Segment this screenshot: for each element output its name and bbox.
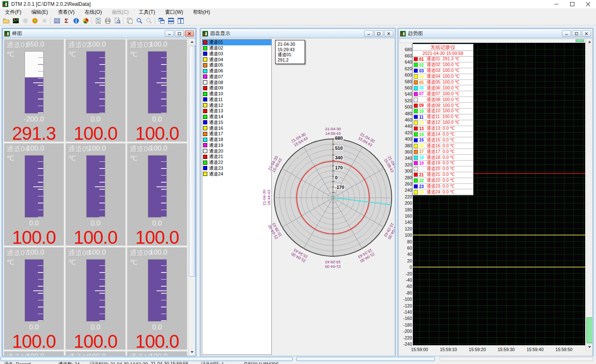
toolbar-zoom-button[interactable] [134,17,144,25]
bar-window-titlebar[interactable]: 棒图 [3,29,195,38]
trend-hscrollbar[interactable] [400,39,585,43]
toolbar-tile-horizontal-button[interactable] [166,17,176,25]
menu-item[interactable]: 工具(T) [134,9,160,16]
maximize-button[interactable] [564,0,580,8]
scroll-up-arrow[interactable] [189,38,195,45]
menu-item[interactable]: 查看(V) [53,9,79,16]
gauge-body: ℃ [129,50,185,115]
channel-list-item[interactable]: 通道11 [202,97,271,103]
trend-vscrollbar[interactable] [586,38,592,351]
toolbar-record-circle-button[interactable] [30,17,40,25]
menu-item[interactable]: 在线(O) [79,9,107,16]
gauge-channel-label: 通道03 [130,40,152,50]
channel-list-item[interactable]: 通道14 [202,114,271,120]
toolbar-pause-circle-button[interactable] [20,17,30,25]
bar-scrollbar[interactable] [188,38,195,356]
channel-list-item[interactable]: 通道13 [202,108,271,114]
channel-list-item[interactable]: 通道01 [202,40,271,45]
bar-minimize-button[interactable] [165,30,174,37]
trend-minimize-button[interactable] [562,30,571,37]
menu-item[interactable]: 编辑(E) [26,9,53,16]
toolbar-cascade-windows-button[interactable] [156,17,166,25]
toolbar-open-folder-button[interactable] [1,17,11,25]
legend-row: 21通道21: 0.0 ℃ [412,172,473,178]
trend-y-tick-label: 660 [399,53,412,58]
toolbar-pie-chart-button[interactable] [81,17,90,25]
channel-list-item[interactable]: 通道06 [202,68,271,74]
gauge-channel-label: 通道01 [7,40,29,50]
trend-x-tick-label: 15:59:20 [469,347,486,352]
channel-list-item[interactable]: 通道20 [202,148,271,154]
toolbar-stop-square-button[interactable] [40,17,49,25]
trend-window-titlebar[interactable]: 趋势图 [399,29,592,38]
trend-scroll-thumb[interactable] [586,317,592,343]
trend-hscroll-thumb[interactable] [576,40,584,42]
disc-close-button[interactable] [384,30,393,37]
zoom-icon [136,17,143,24]
toolbar-copy-button[interactable] [125,17,134,25]
channel-list-item[interactable]: 通道07 [202,74,271,80]
channel-list-item[interactable]: 通道17 [202,131,271,137]
disc-minimize-button[interactable] [364,30,373,37]
channel-list-item[interactable]: 通道18 [202,137,271,143]
channel-name: 通道11 [209,97,223,103]
legend-color-swatch [414,138,418,142]
trend-close-button[interactable] [582,30,591,37]
menu-item[interactable]: 窗口(W) [160,9,188,16]
disc-maximize-button[interactable] [374,30,383,37]
channel-list-item[interactable]: 通道24 [202,171,271,177]
trend-scroll-down-arrow[interactable] [586,344,592,351]
channel-list-item[interactable]: 通道10 [202,91,271,97]
disc-window-body: 通道01通道02通道03通道04通道05通道06通道07通道08通道09通道10… [201,38,395,356]
gauge-unit: ℃ [7,258,14,266]
toolbar-info-button[interactable] [71,17,81,25]
channel-name: 通道19 [209,142,223,149]
bar-close-button[interactable] [185,30,194,37]
toolbar-print-preview-button[interactable] [112,17,122,25]
trend-x-tick-label: 15:59:50 [556,347,573,352]
toolbar-sigma-button[interactable]: Σ [62,17,71,25]
trend-maximize-button[interactable] [572,30,581,37]
channel-list-item[interactable]: 通道19 [202,143,271,149]
menu-item[interactable]: 帮助(H) [188,9,215,16]
minimize-button[interactable] [549,0,564,8]
channel-list-item[interactable]: 通道23 [202,166,271,171]
close-button[interactable] [580,0,596,8]
channel-list-item[interactable]: 通道02 [202,45,271,51]
channel-list-item[interactable]: 通道08 [202,79,271,85]
channel-list-item[interactable]: 通道22 [202,160,271,166]
trend-gridline-v [564,43,564,345]
toolbar-zoom-out-button[interactable] [144,17,154,25]
toolbar-export-image-button[interactable] [93,17,103,25]
legend-row: 17通道17: 0.0 ℃ [412,149,473,155]
channel-list-item[interactable]: 通道16 [202,125,271,131]
menu-item[interactable]: 曲线(C) [107,9,134,16]
channel-list-item[interactable]: 通道09 [202,85,271,91]
gauge-bar [25,155,44,218]
toolbar-realtime-chart-button[interactable] [11,17,20,25]
scroll-thumb[interactable] [189,46,195,277]
bar-maximize-button[interactable] [175,30,184,37]
menu-item[interactable]: 文件(F) [0,9,26,16]
legend-color-swatch [414,190,418,194]
channel-list-item[interactable]: 通道04 [202,57,271,62]
channel-list-item[interactable]: 通道05 [202,62,271,68]
channel-name: 通道09 [209,85,223,91]
legend-color-swatch [414,178,418,183]
gauge-mid-tick [33,290,43,291]
disc-window-titlebar[interactable]: 圆盘显示 [201,29,395,38]
channel-list-item[interactable]: 通道21 [202,154,271,160]
channel-list-item[interactable]: 通道12 [202,102,271,108]
channel-color-swatch [203,149,207,153]
toolbar-tile-vertical-button[interactable] [176,17,185,25]
channel-color-swatch [203,103,207,107]
toolbar-print-button[interactable] [103,17,112,25]
toolbar-data-table-button[interactable] [52,17,62,25]
channel-list-item[interactable]: 通道03 [202,51,271,57]
channel-list-item[interactable]: 通道15 [202,120,271,126]
trend-scroll-up-arrow[interactable] [586,38,592,45]
channel-color-swatch [203,109,207,113]
trend-y-tick-label: -220 [399,335,412,340]
channel-name: 通道24 [209,171,223,177]
scroll-down-arrow[interactable] [189,349,195,356]
